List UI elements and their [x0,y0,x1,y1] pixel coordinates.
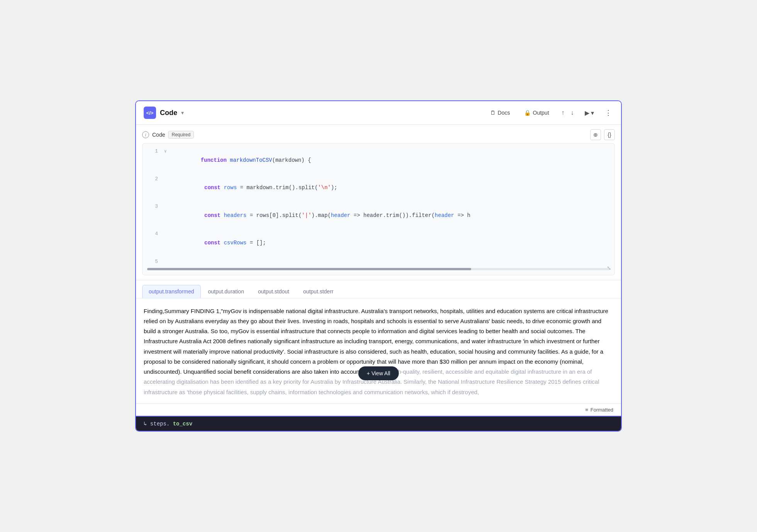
braces-icon[interactable]: {} [604,129,615,140]
header-title: Code [160,109,177,117]
header-chevron-icon[interactable]: ▾ [181,110,184,116]
resize-handle[interactable]: ⤡ [607,264,611,273]
header-right: 🗒 Docs 🔒 Output ↑ ↓ ▶ ▾ ⋮ [487,108,613,118]
code-label-right: ⊕ {} [590,129,615,140]
navigation-arrows: ↑ ↓ [560,108,575,117]
code-label: Code [152,132,165,138]
code-line-4: 4 const csvRows = []; [143,229,614,257]
code-label-left: i Code Required [142,131,194,139]
horizontal-scrollbar[interactable] [147,268,610,270]
tab-output-duration[interactable]: output.duration [202,285,251,298]
output-tabs: output.transformed output.duration outpu… [136,280,621,298]
tab-output-stdout[interactable]: output.stdout [251,285,296,298]
view-all-button[interactable]: + View All [358,366,399,380]
scrollbar-thumb [147,268,471,270]
info-icon: i [142,131,149,138]
arrow-down-button[interactable]: ↓ [569,108,575,117]
output-icon: 🔒 [524,110,531,116]
run-button[interactable]: ▶ ▾ [583,108,596,117]
main-container: </> Code ▾ 🗒 Docs 🔒 Output ↑ ↓ ▶ ▾ ⋮ [135,100,622,432]
code-label-row: i Code Required ⊕ {} [142,129,615,140]
tab-output-stderr[interactable]: output.stderr [297,285,340,298]
footer-bar: ↳ steps. to_csv [136,416,621,431]
code-line-1: 1 ∨ function markdownToCSV(markdown) { [143,147,614,174]
arrow-up-button[interactable]: ↑ [560,108,566,117]
code-section: i Code Required ⊕ {} 1 ∨ function markdo… [136,125,621,280]
output-button[interactable]: 🔒 Output [521,108,552,117]
view-all-container: + View All [358,366,399,380]
output-content: Finding,Summary FINDING 1,"myGov is indi… [136,298,621,403]
globe-icon[interactable]: ⊕ [590,129,601,140]
output-text-main: Finding,Summary FINDING 1,"myGov is indi… [144,308,608,375]
formatted-icon: ≡ [585,407,588,413]
more-options-button[interactable]: ⋮ [603,108,613,118]
code-editor[interactable]: 1 ∨ function markdownToCSV(markdown) { 2… [142,143,615,275]
docs-icon: 🗒 [490,110,496,116]
footer-highlight: to_csv [173,421,192,427]
code-icon: </> [144,107,156,119]
code-line-2: 2 const rows = markdown.trim().split('\n… [143,175,614,202]
tab-output-transformed[interactable]: output.transformed [142,285,201,298]
header-left: </> Code ▾ [144,107,184,119]
formatted-bar: ≡ Formatted [136,403,621,416]
output-area: Finding,Summary FINDING 1,"myGov is indi… [136,298,621,403]
footer-prefix: ↳ steps. [144,421,170,427]
code-line-5: 5 [143,257,614,266]
required-badge: Required [168,131,194,139]
docs-button[interactable]: 🗒 Docs [487,108,513,117]
formatted-label: Formatted [591,407,613,413]
code-line-3: 3 const headers = rows[0].split('|').map… [143,202,614,229]
header-bar: </> Code ▾ 🗒 Docs 🔒 Output ↑ ↓ ▶ ▾ ⋮ [136,101,621,125]
